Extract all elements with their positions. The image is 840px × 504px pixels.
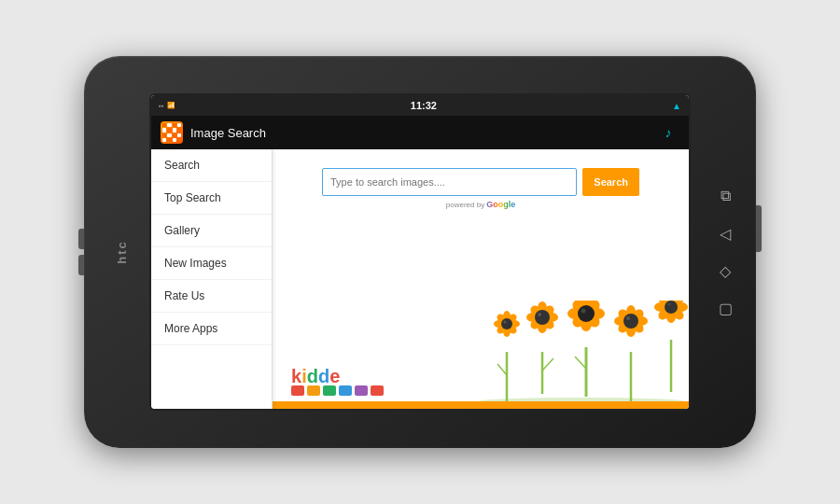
powered-by-label: powered by Google	[446, 200, 515, 209]
flowers-decoration	[474, 301, 689, 403]
svg-line-26	[575, 357, 586, 369]
music-action-button[interactable]: ♪	[657, 121, 679, 144]
svg-point-23	[535, 310, 550, 325]
puzzle-piece-5	[355, 385, 368, 396]
phone-device: htc ⧉ ◁ ◇ ▢ ▪▪ 📶 11:32 ▲	[84, 56, 756, 448]
app-bar: Image Search ♪	[151, 116, 689, 149]
letter-e: e	[329, 366, 340, 387]
svg-point-58	[667, 302, 671, 306]
puzzle-piece-4	[339, 385, 352, 396]
svg-point-46	[623, 314, 638, 329]
home-nav-button[interactable]: ◇	[715, 260, 735, 281]
brand-label: htc	[115, 240, 129, 264]
sidebar-item-new-images[interactable]: New Images	[151, 247, 272, 280]
app-title: Image Search	[190, 126, 650, 140]
volume-up-button[interactable]	[78, 229, 84, 249]
wifi-signal-icon: ▲	[672, 101, 681, 111]
sidebar-item-rate-us[interactable]: Rate Us	[151, 280, 272, 313]
svg-point-11	[501, 318, 512, 329]
letter-d1: d	[307, 366, 318, 387]
svg-point-35	[578, 305, 595, 322]
volume-down-button[interactable]	[78, 255, 84, 275]
google-label: Google	[486, 200, 515, 209]
letter-d2: d	[318, 366, 329, 387]
orange-bar	[273, 401, 689, 411]
copy-button[interactable]: ⧉	[715, 186, 735, 206]
puzzle-piece-1	[291, 385, 304, 396]
status-icons-left: ▪▪ 📶	[159, 102, 175, 110]
deco-area: k i d d e	[273, 301, 689, 411]
music-icon: ♪	[665, 125, 672, 140]
app-icon	[161, 121, 183, 144]
sidebar-item-top-search[interactable]: Top Search	[151, 182, 272, 215]
sidebar-item-more-apps[interactable]: More Apps	[151, 313, 272, 345]
sidebar: Search Top Search Gallery New Images Rat…	[151, 149, 273, 411]
svg-point-47	[626, 316, 630, 320]
battery-icon: ▪▪	[159, 102, 164, 110]
sidebar-item-search[interactable]: Search	[151, 149, 272, 182]
nav-buttons-container: ⧉ ◁ ◇ ▢	[715, 186, 735, 318]
kidde-logo: k i d d e	[291, 366, 384, 396]
volume-buttons[interactable]	[78, 229, 84, 275]
letter-k: k	[291, 366, 301, 387]
phone-screen: ▪▪ 📶 11:32 ▲	[149, 93, 691, 411]
svg-point-36	[581, 309, 586, 314]
svg-point-57	[665, 301, 678, 314]
kidde-wordmark: k i d d e	[291, 366, 340, 387]
svg-line-14	[542, 358, 553, 371]
search-row: Search	[322, 168, 639, 196]
status-bar: ▪▪ 📶 11:32 ▲	[151, 95, 689, 116]
power-btn[interactable]	[756, 205, 762, 252]
puzzle-piece-6	[371, 385, 384, 396]
back-nav-button[interactable]: ◁	[715, 223, 735, 244]
recent-nav-button[interactable]: ▢	[715, 298, 735, 318]
content-area: Search powered by Google k i d d	[273, 149, 689, 411]
status-icons-right: ▲	[672, 101, 681, 111]
main-area: Search Top Search Gallery New Images Rat…	[151, 149, 689, 411]
search-button[interactable]: Search	[582, 168, 639, 196]
puzzle-piece-3	[323, 385, 336, 396]
svg-point-24	[538, 313, 541, 316]
power-button[interactable]	[756, 205, 762, 252]
signal-icon: 📶	[167, 102, 175, 109]
puzzle-pieces	[291, 385, 384, 396]
puzzle-piece-2	[307, 385, 320, 396]
sidebar-item-gallery[interactable]: Gallery	[151, 215, 272, 247]
search-input[interactable]	[322, 168, 577, 196]
status-time: 11:32	[411, 100, 437, 111]
svg-point-12	[504, 321, 507, 324]
svg-line-1	[497, 364, 507, 375]
